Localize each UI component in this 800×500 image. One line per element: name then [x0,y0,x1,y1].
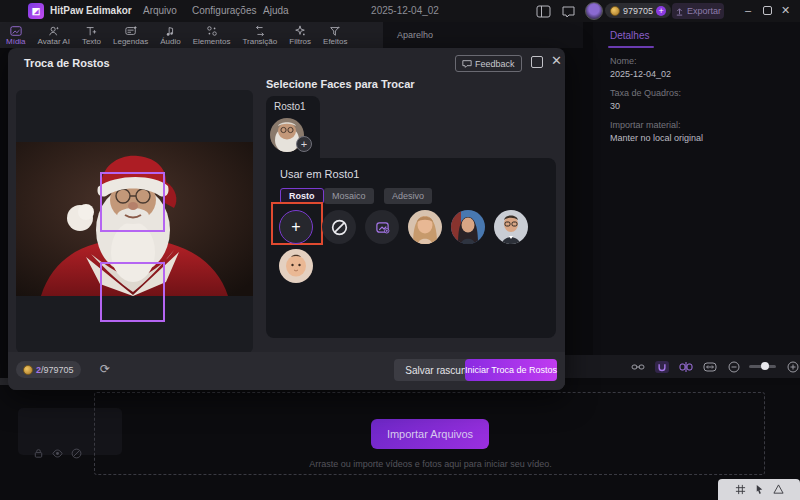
credits-pill[interactable]: 979705 + [605,3,671,18]
plus-icon: + [291,219,300,235]
fit-timeline-icon[interactable] [703,361,717,373]
minimize-button[interactable]: – [745,4,751,16]
tab-detalhes[interactable]: Detalhes [610,30,649,41]
export-button[interactable]: Exportar [672,3,724,19]
feedback-icon [462,59,472,69]
mode-tab-adesivo[interactable]: Adesivo [384,188,432,204]
preset-face-baby[interactable] [279,249,313,283]
mute-track-icon[interactable] [71,448,82,459]
field-taxa-quadros: Taxa de Quadros: 30 [610,88,681,111]
coin-icon [610,6,620,16]
no-swap-button[interactable] [322,210,356,244]
face-group-tab[interactable]: Rosto1 + [266,96,320,158]
zoom-slider-handle[interactable] [761,362,769,370]
tab-efeitos[interactable]: Efeitos [317,22,353,48]
refresh-icon[interactable]: ⟳ [100,362,110,376]
face-detection-box [100,172,165,232]
tab-underline [608,46,654,48]
grid-icon[interactable] [735,484,746,495]
dialog-title: Troca de Rostos [24,57,110,69]
field-nome: Nome: 2025-12-04_02 [610,56,671,79]
titlebar: ◩ HitPaw Edimakor Arquivo Configurações … [0,0,800,22]
tab-filtros[interactable]: Filtros [283,22,317,48]
add-credits-icon[interactable]: + [656,6,666,16]
video-preview-pane [16,90,253,353]
mode-tab-mosaico[interactable]: Mosaico [324,188,374,204]
export-label: Exportar [687,6,721,16]
use-on-face-header: Usar em Rosto1 [280,168,359,180]
import-files-button[interactable]: Importar Arquivos [371,419,489,449]
cost-pill: 2/979705 [16,361,81,378]
magnet-icon[interactable] [655,361,669,373]
shape-icon[interactable] [773,484,784,495]
elements-icon [206,25,218,37]
add-face-badge-icon[interactable]: + [296,136,312,152]
user-avatar[interactable] [585,2,603,20]
tab-avatar-ai[interactable]: Avatar AI [32,22,76,48]
hide-track-icon[interactable] [52,448,63,459]
face-detection-box [100,262,165,322]
tab-texto[interactable]: Texto [76,22,107,48]
audio-icon [164,25,176,37]
avatar-ai-icon [48,25,60,37]
add-custom-face-button[interactable]: + [279,210,313,244]
media-dropzone[interactable]: Importar Arquivos Arraste ou importe víd… [94,392,765,475]
message-icon[interactable] [561,4,576,19]
timeline-zoom-slider[interactable] [749,365,776,368]
document-title: 2025-12-04_02 [360,5,450,16]
filters-icon [294,25,306,37]
captions-icon [125,25,137,37]
credits-total: /979705 [41,365,74,375]
lock-track-icon[interactable] [33,448,44,459]
player-tab-label[interactable]: Aparelho [397,30,433,40]
close-button[interactable]: ✕ [781,4,790,17]
details-panel: Detalhes Nome: 2025-12-04_02 Taxa de Qua… [593,22,800,355]
cursor-icon[interactable] [754,484,765,495]
split-clip-icon[interactable] [679,361,693,373]
image-plus-icon [375,220,390,235]
credits-balance: 979705 [623,6,653,16]
tab-legendas[interactable]: Legendas [107,22,154,48]
ribbon-toolbar: Mídia Avatar AI Texto Legendas Áudio Ele… [0,22,383,48]
upload-image-button[interactable] [365,210,399,244]
dialog-maximize-button[interactable] [531,56,543,68]
dialog-footer: 2/979705 ⟳ Salvar rascunho Iniciar Troca… [8,352,565,390]
corner-toolbar [718,479,800,500]
select-faces-header: Selecione Faces para Trocar [266,78,415,90]
menu-arquivo[interactable]: Arquivo [143,5,177,16]
dropzone-hint: Arraste ou importe vídeos e fotos aqui p… [95,459,766,469]
prohibit-icon [331,219,348,236]
effects-icon [329,25,341,37]
timeline-area: Importar Arquivos Arraste ou importe víd… [0,385,800,500]
timeline-toolbar [565,355,800,378]
link-icon[interactable] [631,361,645,373]
face-swap-dialog: Troca de Rostos Feedback ✕ [8,48,565,390]
media-icon [10,25,22,37]
dialog-close-button[interactable]: ✕ [551,53,562,68]
text-icon [85,25,97,37]
tab-midia[interactable]: Mídia [0,22,32,48]
layout-icon[interactable] [536,4,551,19]
preset-face-woman-dark-hair[interactable] [451,210,485,244]
player-panel: Aparelho [383,22,583,48]
feedback-button[interactable]: Feedback [455,55,522,72]
preset-face-woman-blonde[interactable] [408,210,442,244]
tab-audio[interactable]: Áudio [154,22,186,48]
menu-configuracoes[interactable]: Configurações [192,5,256,16]
maximize-button[interactable] [763,6,772,15]
app-window: ◩ HitPaw Edimakor Arquivo Configurações … [0,0,800,500]
field-importar-material: Importar material: Manter no local origi… [610,120,703,143]
upload-icon [675,7,684,16]
coin-icon [23,365,33,375]
start-face-swap-button[interactable]: Iniciar Troca de Rostos [465,359,557,381]
transition-icon [254,25,266,37]
app-logo-icon: ◩ [28,3,44,19]
tab-elementos[interactable]: Elementos [187,22,237,48]
zoom-out-icon[interactable] [727,361,741,373]
preset-face-man-glasses[interactable] [494,210,528,244]
swap-options-panel: Usar em Rosto1 Rosto Mosaico Adesivo + [266,158,556,338]
zoom-in-icon[interactable] [786,361,800,373]
face-group-label: Rosto1 [274,101,306,112]
tab-transicao[interactable]: Transição [236,22,283,48]
menu-ajuda[interactable]: Ajuda [263,5,289,16]
